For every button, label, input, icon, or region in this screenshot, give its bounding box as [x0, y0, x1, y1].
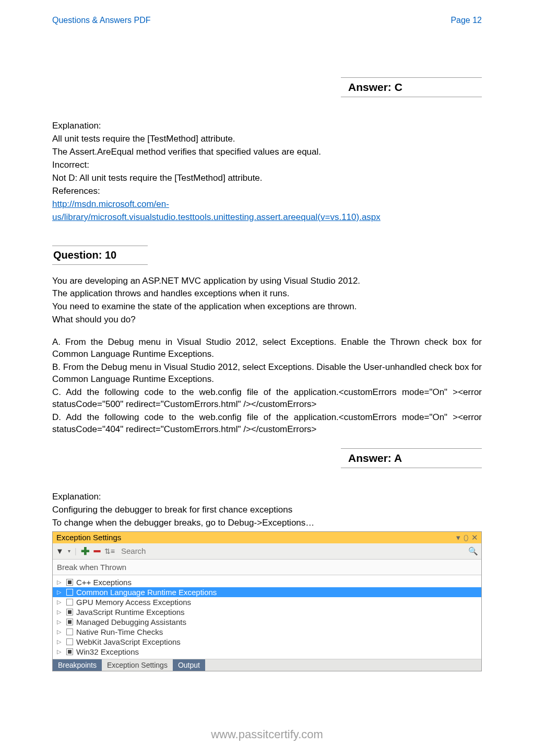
question-10-option-b: B. From the Debug menu in Visual Studio …	[52, 362, 482, 386]
exception-category-label: C++ Exceptions	[76, 578, 132, 587]
exception-category-row[interactable]: ▷ Managed Debugging Assistants	[53, 617, 481, 627]
question-10-stem: You are developing an ASP.NET MVC applic…	[52, 275, 482, 287]
exception-category-label: JavaScript Runtime Exceptions	[76, 608, 185, 617]
explanation-9: Explanation: All unit tests require the …	[52, 120, 482, 224]
explanation-9-line: The Assert.AreEqual method verifies that…	[52, 146, 482, 158]
exception-settings-title-text: Exception Settings	[56, 533, 121, 542]
checkbox[interactable]	[66, 629, 73, 635]
explanation-9-line: Incorrect:	[52, 159, 482, 171]
exception-category-row[interactable]: ▷ Native Run-Time Checks	[53, 627, 481, 637]
search-input[interactable]	[119, 546, 464, 555]
dropdown-icon[interactable]: ▾	[456, 533, 460, 542]
bottom-tabs: Breakpoints Exception Settings Output	[53, 659, 481, 671]
search-icon[interactable]: 🔍	[468, 546, 478, 556]
exception-category-label: WebKit JavaScript Exceptions	[76, 637, 181, 646]
filter-dropdown-icon[interactable]: ▾	[68, 548, 70, 554]
exception-tree: ▷ C++ Exceptions ▷ Common Language Runti…	[53, 575, 481, 659]
explanation-9-line: Not D: All unit tests require the [TestM…	[52, 172, 482, 184]
pin-icon[interactable]: ⬯	[464, 533, 468, 542]
expand-icon[interactable]: ▷	[57, 599, 63, 606]
add-icon[interactable]: ✚	[81, 545, 90, 557]
checkbox[interactable]	[66, 599, 73, 606]
explanation-9-line: All unit tests require the [TestMethod] …	[52, 133, 482, 145]
question-10-stem: You need to examine the state of the app…	[52, 301, 482, 313]
question-10-stem: The application throws and handles excep…	[52, 288, 482, 300]
expand-icon[interactable]: ▷	[57, 638, 63, 645]
checkbox[interactable]	[66, 589, 73, 596]
expand-icon[interactable]: ▷	[57, 609, 63, 615]
explanation-10-line: To change when the debugger breaks, go t…	[52, 517, 482, 529]
break-when-thrown-label: Break when Thrown	[53, 560, 481, 575]
question-10-body: You are developing an ASP.NET MVC applic…	[52, 275, 482, 436]
question-10-option-d: D. Add the following code to the web.con…	[52, 412, 482, 436]
question-10-option-c: C. Add the following code to the web.con…	[52, 387, 482, 411]
explanation-10-line: Configuring the debugger to break for fi…	[52, 504, 482, 516]
remove-icon[interactable]: ━	[94, 545, 100, 557]
exception-category-label: Common Language Runtime Exceptions	[76, 588, 217, 597]
explanation-9-title: Explanation:	[52, 120, 482, 132]
exception-category-row[interactable]: ▷ Common Language Runtime Exceptions	[53, 587, 481, 597]
checkbox[interactable]	[66, 619, 73, 625]
exception-category-row[interactable]: ▷ C++ Exceptions	[53, 577, 481, 587]
exception-category-label: Managed Debugging Assistants	[76, 618, 186, 626]
expand-icon[interactable]: ▷	[57, 619, 63, 625]
answer-10-box: Answer: A	[341, 448, 482, 468]
expand-icon[interactable]: ▷	[57, 589, 63, 596]
answer-9-box: Answer: C	[341, 77, 482, 97]
exception-category-label: GPU Memory Access Exceptions	[76, 598, 191, 607]
tab-output[interactable]: Output	[173, 659, 205, 671]
checkbox[interactable]	[66, 609, 73, 615]
tab-exception-settings[interactable]: Exception Settings	[102, 659, 173, 671]
explanation-10: Explanation: Configuring the debugger to…	[52, 491, 482, 529]
exception-settings-panel: Exception Settings ▾ ⬯ ✕ ▼ ▾ | ✚ ━ ⇅≡ 🔍 …	[52, 531, 482, 671]
filter-icon[interactable]: ▼	[56, 546, 64, 555]
reference-link-2[interactable]: us/library/microsoft.visualstudio.testto…	[52, 212, 381, 222]
header-right: Page 12	[450, 16, 482, 25]
question-10-stem: What should you do?	[52, 314, 482, 326]
tab-breakpoints[interactable]: Breakpoints	[53, 659, 102, 671]
exception-category-row[interactable]: ▷ WebKit JavaScript Exceptions	[53, 637, 481, 647]
explanation-9-line: References:	[52, 185, 482, 197]
exception-category-row[interactable]: ▷ Win32 Exceptions	[53, 647, 481, 657]
exception-category-row[interactable]: ▷ GPU Memory Access Exceptions	[53, 597, 481, 607]
question-10-heading: Question: 10	[52, 246, 148, 265]
checkbox[interactable]	[66, 648, 73, 655]
reference-link-1[interactable]: http://msdn.microsoft.com/en-	[52, 199, 169, 209]
exception-category-label: Win32 Exceptions	[76, 647, 139, 656]
exception-category-row[interactable]: ▷ JavaScript Runtime Exceptions	[53, 607, 481, 617]
explanation-10-title: Explanation:	[52, 491, 482, 503]
checkbox[interactable]	[66, 638, 73, 645]
exception-category-label: Native Run-Time Checks	[76, 627, 163, 636]
footer-url: www.passitcertify.com	[0, 728, 534, 741]
checkbox[interactable]	[66, 579, 73, 586]
close-icon[interactable]: ✕	[471, 533, 478, 542]
list-icon[interactable]: ⇅≡	[104, 547, 115, 555]
exception-settings-titlebar: Exception Settings ▾ ⬯ ✕	[53, 532, 481, 543]
exception-toolbar: ▼ ▾ | ✚ ━ ⇅≡ 🔍	[53, 543, 481, 560]
header-left: Questions & Answers PDF	[52, 16, 151, 25]
question-10-option-a: A. From the Debug menu in Visual Studio …	[52, 336, 482, 360]
expand-icon[interactable]: ▷	[57, 648, 63, 655]
expand-icon[interactable]: ▷	[57, 579, 63, 586]
expand-icon[interactable]: ▷	[57, 629, 63, 635]
